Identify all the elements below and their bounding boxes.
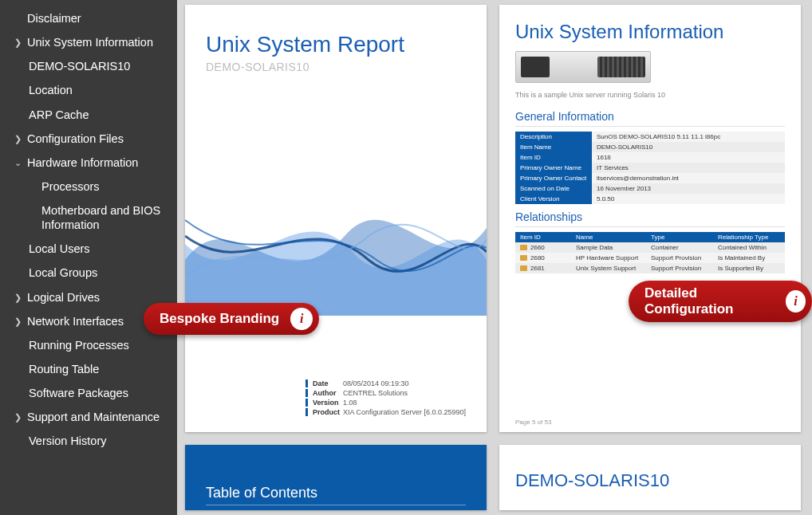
- info-k: Scanned on Date: [515, 183, 592, 194]
- report-page-demo: DEMO-SOLARIS10: [499, 445, 801, 510]
- sidebar: Disclaimer ❯Unix System Information DEMO…: [0, 0, 177, 515]
- table-row: 2680HP Hardware SupportSupport Provision…: [515, 253, 785, 263]
- server-image: [515, 51, 651, 83]
- meta-date-v: 08/05/2014 09:19:30: [343, 379, 409, 387]
- meta-author-k: Author: [313, 389, 343, 397]
- report-subtitle: DEMO-SOLARIS10: [206, 61, 466, 73]
- info-icon: i: [786, 290, 806, 313]
- info-v: itservices@demonstration.int: [592, 173, 785, 183]
- nav-label: Routing Table: [29, 362, 99, 376]
- wave-artwork: [185, 164, 487, 316]
- rel-h-reltype: Relationship Type: [713, 232, 785, 242]
- info-k: Item Name: [515, 142, 592, 152]
- nav-label: Version History: [29, 434, 107, 448]
- report-page-cover: Unix System Report DEMO-SOLARIS10 Date08…: [185, 5, 487, 432]
- info-v: DEMO-SOLARIS10: [592, 142, 785, 152]
- chevron-down-icon: ⌄: [14, 158, 26, 169]
- chevron-right-icon: ❯: [14, 316, 26, 328]
- meta-version-k: Version: [313, 399, 343, 407]
- nav-label: Location: [29, 83, 73, 97]
- page4-title: DEMO-SOLARIS10: [515, 470, 785, 491]
- nav-software-packages[interactable]: Software Packages: [0, 381, 177, 405]
- report-title: Unix System Report: [206, 32, 466, 57]
- info-k: Client Version: [515, 194, 592, 204]
- meta-version-v: 1.08: [343, 399, 357, 407]
- report-metadata: Date08/05/2014 09:19:30 AuthorCENTREL So…: [305, 378, 466, 418]
- nav-config-files[interactable]: ❯Configuration Files: [0, 127, 177, 151]
- nav-processors[interactable]: Processors: [0, 175, 177, 199]
- nav-label: Processors: [41, 179, 100, 194]
- nav-demo-solaris10[interactable]: DEMO-SOLARIS10: [0, 54, 177, 78]
- info-v: SunOS DEMO-SOLARIS10 5.11 11.1 i86pc: [592, 132, 785, 142]
- divider: [515, 126, 785, 127]
- callout-detailed-configuration[interactable]: Detailed Configuration i: [629, 281, 812, 322]
- report-page-sysinfo: Unix System Information This is a sample…: [499, 5, 801, 432]
- nav-label: Motherboard and BIOS Information: [41, 203, 168, 232]
- meta-product-v: XIA Configuration Server [6.0.0.25990]: [343, 408, 466, 416]
- nav-label: Configuration Files: [27, 132, 124, 146]
- general-info-table: DescriptionSunOS DEMO-SOLARIS10 5.11 11.…: [515, 132, 785, 204]
- nav-running-processes[interactable]: Running Processes: [0, 333, 177, 357]
- info-k: Primary Owner Name: [515, 163, 592, 173]
- nav-motherboard-bios[interactable]: Motherboard and BIOS Information: [0, 199, 177, 237]
- divider: [515, 226, 785, 227]
- nav-version-history[interactable]: Version History: [0, 429, 177, 453]
- info-v: 16 November 2013: [592, 183, 785, 194]
- nav-label: Software Packages: [29, 386, 128, 400]
- callout-label: Bespoke Branding: [160, 311, 279, 327]
- report-page-toc: Table of Contents: [185, 445, 487, 510]
- info-k: Description: [515, 132, 592, 142]
- table-row: 2660Sample DataContainerContained Within: [515, 242, 785, 253]
- nav-label: Local Users: [29, 242, 90, 256]
- chevron-right-icon: ❯: [14, 37, 26, 49]
- main-area: Unix System Report DEMO-SOLARIS10 Date08…: [177, 0, 812, 515]
- nav-support-maintenance[interactable]: ❯Support and Maintenance: [0, 405, 177, 429]
- page2-desc: This is a sample Unix server running Sol…: [515, 91, 785, 99]
- nav-label: Network Interfaces: [27, 314, 124, 328]
- rel-h-id: Item ID: [515, 232, 571, 242]
- info-k: Item ID: [515, 152, 592, 163]
- meta-author-v: CENTREL Solutions: [343, 389, 408, 397]
- folder-icon: [520, 265, 527, 271]
- nav-label: Unix System Information: [27, 35, 153, 49]
- nav-location[interactable]: Location: [0, 78, 177, 102]
- table-row: 2681Unix System SupportSupport Provision…: [515, 263, 785, 273]
- chevron-right-icon: ❯: [14, 293, 26, 304]
- chevron-right-icon: ❯: [14, 134, 26, 145]
- chevron-right-icon: ❯: [14, 412, 26, 423]
- nav-label: DEMO-SOLARIS10: [29, 59, 130, 73]
- toc-title: Table of Contents: [206, 485, 466, 505]
- nav-label: Hardware Information: [27, 155, 138, 170]
- nav-label: ARP Cache: [29, 108, 89, 122]
- rel-h-name: Name: [571, 232, 646, 242]
- rel-h-type: Type: [646, 232, 713, 242]
- nav-label: Disclaimer: [27, 11, 81, 26]
- section-general-info: General Information: [515, 110, 785, 123]
- info-v: 1618: [592, 152, 785, 163]
- callout-bespoke-branding[interactable]: Bespoke Branding i: [144, 303, 319, 335]
- nav-local-users[interactable]: Local Users: [0, 237, 177, 261]
- nav-label: Running Processes: [29, 338, 129, 352]
- nav-label: Local Groups: [29, 265, 97, 280]
- nav-label: Logical Drives: [27, 290, 100, 305]
- callout-label: Detailed Configuration: [644, 285, 775, 317]
- nav-label: Support and Maintenance: [27, 410, 160, 424]
- nav-arp-cache[interactable]: ARP Cache: [0, 103, 177, 127]
- nav-routing-table[interactable]: Routing Table: [0, 357, 177, 381]
- relationships-table: Item ID Name Type Relationship Type 2660…: [515, 232, 785, 273]
- nav-local-groups[interactable]: Local Groups: [0, 261, 177, 285]
- folder-icon: [520, 245, 527, 250]
- nav-hardware-info[interactable]: ⌄Hardware Information: [0, 151, 177, 175]
- meta-product-k: Product: [313, 408, 343, 416]
- info-v: 5.0.50: [592, 194, 785, 204]
- page2-title: Unix System Information: [515, 21, 785, 43]
- info-icon: i: [290, 308, 313, 330]
- page-number: Page 5 of 53: [515, 419, 551, 426]
- section-relationships: Relationships: [515, 210, 785, 223]
- nav-unix-system-info[interactable]: ❯Unix System Information: [0, 30, 177, 54]
- info-k: Primary Owner Contact: [515, 173, 592, 183]
- nav-disclaimer[interactable]: Disclaimer: [0, 6, 177, 30]
- meta-date-k: Date: [313, 379, 343, 387]
- info-v: IT Services: [592, 163, 785, 173]
- folder-icon: [520, 255, 527, 261]
